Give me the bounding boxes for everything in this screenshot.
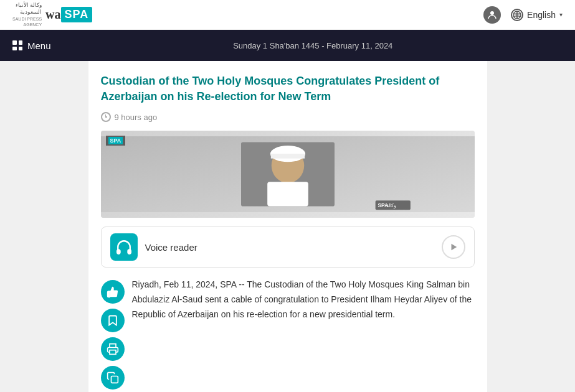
nav-date: Sunday 1 Sha'ban 1445 - February 11, 202… [64, 41, 563, 50]
logo-text-arabic: وكالة الأنباء السعودية SAUDI PRESS AGENC… [12, 2, 42, 28]
article-body-row: Riyadh, Feb 11, 2024, SPA -- The Custodi… [101, 278, 475, 390]
article-image-container: SPA [101, 131, 475, 218]
menu-label: Menu [27, 40, 51, 51]
voice-reader-left: Voice reader [110, 233, 197, 261]
time-ago-text: 9 hours ago [115, 113, 158, 122]
portrait-svg: SPA وكالة [101, 134, 475, 215]
headphone-icon [110, 233, 138, 261]
image-tag: SPA [106, 136, 126, 146]
image-tag-spa: SPA [108, 137, 123, 144]
logo-spa-text: SPA [61, 7, 93, 22]
top-bar-right: English ▾ [483, 6, 563, 24]
article-card: Custodian of the Two Holy Mosques Congra… [88, 61, 487, 392]
svg-rect-7 [270, 154, 304, 159]
language-selector[interactable]: English ▾ [511, 9, 563, 21]
svg-rect-15 [110, 350, 116, 355]
top-bar: وكالة الأنباء السعودية SAUDI PRESS AGENC… [0, 0, 575, 30]
svg-rect-13 [128, 250, 130, 254]
play-button[interactable] [442, 235, 465, 259]
article-title: Custodian of the Two Holy Mosques Congra… [101, 73, 475, 105]
user-icon[interactable] [483, 6, 501, 24]
grid-icon [12, 40, 22, 50]
logo-area: وكالة الأنباء السعودية SAUDI PRESS AGENC… [12, 2, 92, 28]
bookmark-button[interactable] [101, 309, 125, 332]
svg-rect-12 [117, 250, 120, 254]
article-body-text: Riyadh, Feb 11, 2024, SPA -- The Custodi… [132, 278, 475, 390]
logo-spa-wrap: wa SPA [45, 7, 92, 22]
svg-point-0 [490, 11, 494, 15]
article-time: 9 hours ago [101, 112, 475, 122]
svg-marker-14 [451, 244, 457, 251]
svg-rect-8 [267, 182, 308, 207]
svg-rect-16 [111, 376, 118, 383]
action-icons-column [101, 278, 125, 390]
clock-icon [101, 112, 111, 122]
svg-text:وكالة: وكالة [386, 203, 396, 209]
article-image: SPA [101, 131, 475, 218]
logo-container: وكالة الأنباء السعودية SAUDI PRESS AGENC… [12, 2, 92, 28]
logo-wa-text: wa [45, 7, 60, 22]
voice-reader-label: Voice reader [145, 242, 197, 253]
share-button[interactable] [101, 366, 125, 390]
menu-button[interactable]: Menu [12, 40, 51, 51]
print-button[interactable] [101, 337, 125, 361]
globe-icon [511, 9, 523, 21]
content-area: Custodian of the Two Holy Mosques Congra… [0, 61, 575, 392]
like-button[interactable] [101, 280, 125, 304]
chevron-down-icon: ▾ [559, 11, 563, 18]
language-label: English [527, 10, 556, 20]
nav-bar: Menu Sunday 1 Sha'ban 1445 - February 11… [0, 30, 575, 61]
voice-reader-bar: Voice reader [101, 226, 475, 268]
